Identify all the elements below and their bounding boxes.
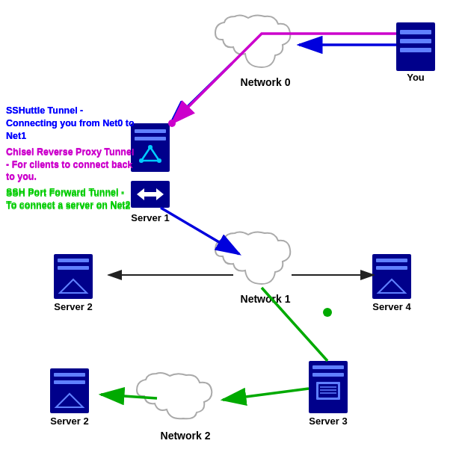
network1-label: Network 1: [241, 293, 291, 305]
svg-rect-8: [400, 30, 431, 34]
you-label: You: [407, 72, 425, 83]
diagram: SSHuttle Tunnel - Connecting you from Ne…: [0, 0, 465, 476]
server4: [372, 254, 411, 299]
green-dot: [323, 308, 332, 317]
server4-label: Server 4: [372, 301, 411, 312]
svg-rect-12: [135, 129, 166, 133]
svg-rect-24: [144, 192, 156, 197]
magenta-dot: [168, 120, 176, 127]
server2b-label: Server 2: [50, 415, 88, 427]
svg-rect-13: [135, 137, 166, 140]
network2-cloud: [137, 373, 212, 418]
server3: [309, 361, 348, 413]
svg-rect-31: [376, 259, 407, 262]
svg-rect-27: [58, 266, 89, 270]
legend-text: SSHuttle Tunnel - Connecting you from Ne…: [6, 105, 137, 213]
green-cloud1-to-server3: [262, 288, 327, 361]
svg-rect-26: [58, 259, 89, 262]
svg-rect-42: [312, 373, 344, 377]
network0-label: Network 0: [241, 76, 291, 88]
you-server: [396, 22, 435, 71]
server1-label: Server 1: [131, 212, 169, 223]
blue-server1-to-cloud1: [161, 208, 239, 254]
network2-label: Network 2: [161, 430, 211, 442]
network1-cloud: [215, 232, 290, 284]
legend-green-text: SSH Port Forward Tunnel - To connect a s…: [6, 188, 137, 213]
server2b: [50, 368, 89, 413]
server2a: [54, 254, 93, 299]
svg-rect-7: [396, 22, 435, 71]
svg-rect-10: [400, 48, 431, 52]
svg-rect-44: [318, 384, 338, 398]
server3-label: Server 3: [309, 415, 347, 427]
svg-rect-37: [54, 380, 85, 384]
svg-rect-36: [54, 373, 85, 377]
svg-rect-41: [312, 365, 344, 369]
green-server3-to-cloud2: [223, 389, 309, 400]
svg-rect-9: [400, 39, 431, 43]
server2a-label: Server 2: [54, 301, 92, 312]
legend-magenta-text: Chisel Reverse Proxy Tunnel - For client…: [6, 146, 137, 185]
legend-blue-text: SSHuttle Tunnel - Connecting you from Ne…: [6, 105, 137, 143]
svg-rect-32: [376, 266, 407, 270]
